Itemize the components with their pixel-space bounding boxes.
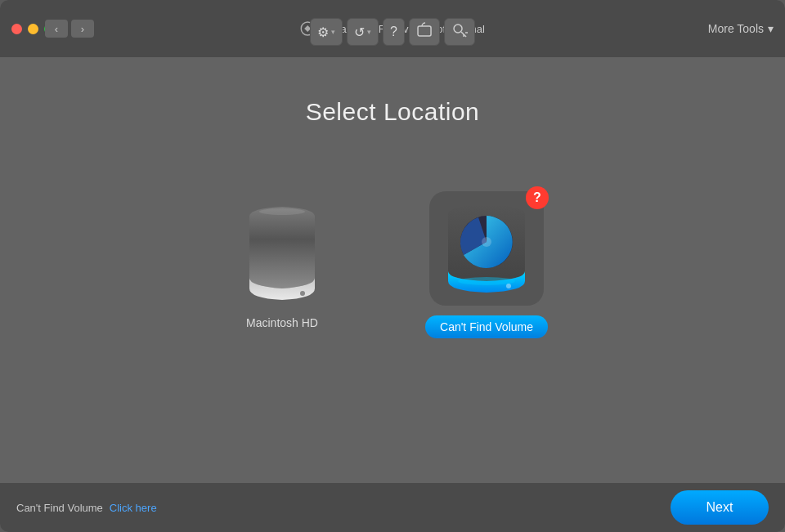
more-tools-caret: ▾ [768,22,774,35]
macintosh-hd-item[interactable]: Macintosh HD [237,200,327,329]
back-button[interactable]: ‹ [45,20,68,38]
macintosh-hd-label: Macintosh HD [246,316,318,329]
bottom-bar: Can't Find Volume Click here Next [0,483,785,532]
svg-point-6 [300,291,305,296]
next-button[interactable]: Next [671,490,769,525]
settings-button[interactable]: ⚙ ▾ [310,18,343,46]
forward-button[interactable]: › [71,20,94,38]
svg-point-9 [482,237,491,247]
svg-point-11 [506,284,511,288]
drives-area: Macintosh HD ? [237,191,548,338]
restore-icon: ↺ [354,25,365,40]
svg-point-7 [259,208,305,215]
cart-icon [416,22,433,42]
restore-caret: ▾ [367,28,371,36]
toolbar: ⚙ ▾ ↺ ▾ ? [310,18,475,46]
close-button[interactable] [11,24,22,34]
cant-find-volume-label[interactable]: Can't Find Volume [425,315,548,338]
settings-icon: ⚙ [317,25,329,40]
svg-rect-1 [418,26,431,36]
main-content: Select Location [0,57,785,532]
key-button[interactable] [444,18,475,46]
nav-buttons: ‹ › [45,20,94,38]
cant-find-volume-icon [442,199,532,297]
restore-button[interactable]: ↺ ▾ [347,18,379,46]
page-title: Select Location [306,98,480,126]
help-icon: ? [390,25,397,39]
cant-find-text: Can't Find Volume [16,502,103,514]
key-icon [451,22,468,42]
cant-find-icon-wrapper: ? [429,191,544,306]
title-bar: ‹ › Stellar Data Recovery Professional ⚙… [0,0,785,57]
minimize-button[interactable] [28,24,38,34]
more-tools-button[interactable]: More Tools ▾ [708,22,774,35]
cant-find-volume-item[interactable]: ? [425,191,548,338]
question-badge: ? [526,186,549,209]
help-button[interactable]: ? [383,18,405,46]
macintosh-hd-icon [237,200,327,306]
svg-point-2 [454,25,462,33]
cart-button[interactable] [409,18,440,46]
click-here-link[interactable]: Click here [110,502,157,514]
more-tools-label: More Tools [708,22,764,35]
bottom-left: Can't Find Volume Click here [16,502,157,514]
settings-caret: ▾ [331,28,335,36]
svg-point-10 [458,277,515,285]
